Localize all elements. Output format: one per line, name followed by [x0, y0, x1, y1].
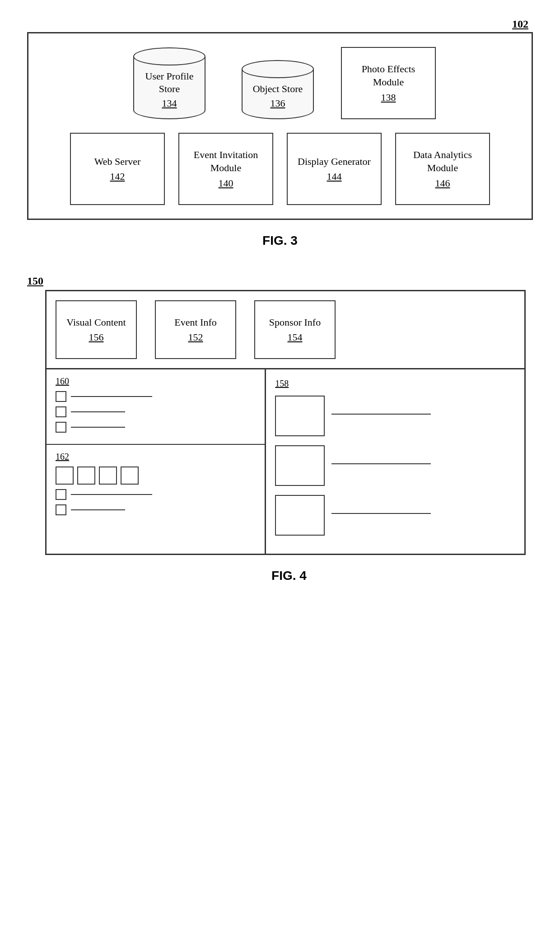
photo-line-3: [331, 513, 431, 514]
checkbox-3: [56, 422, 66, 433]
web-server-label: Web Server: [94, 155, 141, 168]
line-2: [71, 411, 125, 412]
fig4-bottom: 160 162: [47, 369, 524, 554]
fig4-top-row: Visual Content 156 Event Info 152 Sponso…: [47, 291, 524, 369]
fig3-ref-label: 102: [27, 18, 533, 30]
checkbox-2: [56, 406, 66, 417]
checkbox-5: [56, 504, 66, 515]
event-info-box: Event Info 152: [155, 300, 236, 359]
photo-effects-num: 138: [381, 92, 396, 103]
event-invitation-num: 140: [219, 177, 233, 189]
photo-item-1: [275, 396, 515, 436]
line-5: [71, 509, 125, 510]
fig4-diagram: 150 Visual Content 156 Event Info 152 Sp…: [27, 275, 533, 583]
fig3-row2: Web Server 142 Event Invitation Module 1…: [42, 133, 518, 205]
section-160-ref: 160: [56, 376, 256, 387]
event-info-num: 152: [188, 331, 203, 343]
fig3-caption: FIG. 3: [262, 233, 298, 248]
small-box-3: [99, 466, 117, 485]
sponsor-info-box: Sponsor Info 154: [254, 300, 336, 359]
data-analytics-label: Data Analytics Module: [403, 149, 482, 174]
display-generator-label: Display Generator: [298, 155, 371, 168]
sponsor-info-label: Sponsor Info: [269, 316, 321, 329]
fig4-outer-box: Visual Content 156 Event Info 152 Sponso…: [45, 290, 526, 555]
object-store-num: 136: [271, 98, 285, 109]
fig4-section-160: 160: [47, 369, 265, 445]
fig3-outer-box: User Profile Store 134 Object Store 136 …: [27, 32, 533, 220]
data-analytics-num: 146: [435, 177, 450, 189]
fig3-row1: User Profile Store 134 Object Store 136 …: [42, 47, 518, 119]
fig4-section-162: 162: [47, 445, 265, 527]
checkbox-row-3: [56, 422, 256, 433]
fig4-ref-label: 150: [27, 275, 43, 287]
line-3: [71, 427, 125, 428]
checkbox-row-5: [56, 504, 256, 515]
visual-content-box: Visual Content 156: [56, 300, 137, 359]
event-invitation-label: Event Invitation Module: [186, 149, 266, 174]
cylinder-top-user: [133, 47, 205, 65]
section-162-ref: 162: [56, 452, 256, 462]
small-boxes-row: [56, 466, 256, 485]
sponsor-info-num: 154: [288, 331, 303, 343]
checkbox-row-4: [56, 489, 256, 500]
display-generator: Display Generator 144: [287, 133, 382, 205]
user-profile-store-num: 134: [162, 98, 177, 109]
user-profile-store-label: User Profile Store: [139, 70, 200, 96]
small-box-2: [77, 466, 95, 485]
photo-box-3: [275, 495, 325, 536]
fig4-left-col: 160 162: [47, 369, 266, 554]
data-analytics-module: Data Analytics Module 146: [395, 133, 490, 205]
visual-content-label: Visual Content: [66, 316, 126, 329]
line-1: [71, 396, 152, 397]
photo-line-1: [331, 414, 431, 415]
section-158-ref: 158: [275, 378, 515, 389]
visual-content-num: 156: [89, 331, 104, 343]
checkbox-4: [56, 489, 66, 500]
event-info-label: Event Info: [174, 316, 216, 329]
display-generator-num: 144: [327, 171, 342, 182]
fig3-diagram: 102 User Profile Store 134 Object Store …: [27, 18, 533, 248]
web-server: Web Server 142: [70, 133, 165, 205]
fig4-right-col: 158: [266, 369, 524, 554]
object-store: Object Store 136: [233, 60, 323, 119]
line-4: [71, 494, 152, 495]
photo-box-2: [275, 445, 325, 486]
photo-box-1: [275, 396, 325, 436]
checkbox-row-2: [56, 406, 256, 417]
photo-line-2: [331, 463, 431, 464]
fig4-caption: FIG. 4: [49, 569, 529, 583]
checkbox-1: [56, 391, 66, 402]
event-invitation-module: Event Invitation Module 140: [178, 133, 273, 205]
small-box-1: [56, 466, 74, 485]
object-store-label: Object Store: [253, 83, 303, 96]
photo-item-2: [275, 445, 515, 486]
small-box-4: [121, 466, 139, 485]
checkbox-row-1: [56, 391, 256, 402]
photo-effects-module: Photo Effects Module 138: [341, 47, 436, 119]
photo-effects-label: Photo Effects Module: [349, 63, 428, 89]
cylinder-body-user: User Profile Store 134: [133, 56, 205, 119]
photo-item-3: [275, 495, 515, 536]
user-profile-store: User Profile Store 134: [124, 47, 215, 119]
web-server-num: 142: [110, 171, 125, 182]
